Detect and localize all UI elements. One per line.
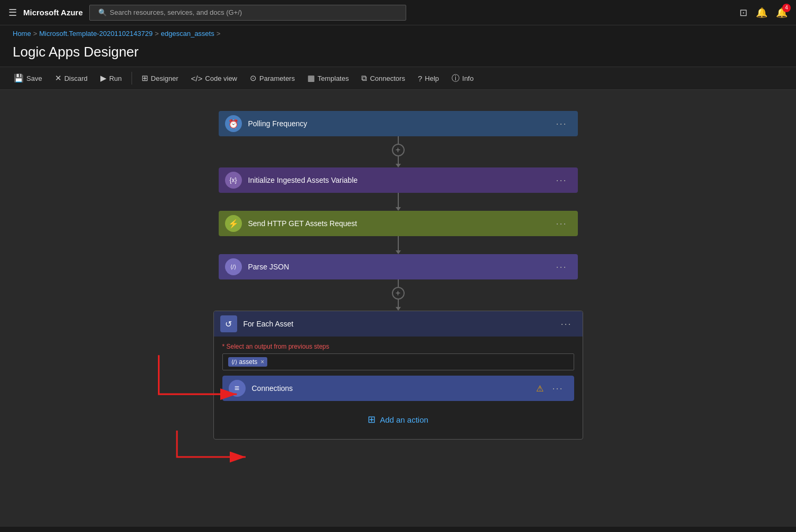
step-polling[interactable]: ⏰ Polling Frequency ···	[219, 111, 578, 136]
step-http-header[interactable]: ⚡ Send HTTP GET Assets Request ···	[219, 211, 578, 236]
connector-line-bottom-1	[398, 156, 399, 164]
parameters-icon: ⊙	[250, 73, 257, 83]
assets-remove-button[interactable]: ×	[260, 358, 264, 366]
step-parse-header[interactable]: ⟨/⟩ Parse JSON ···	[219, 254, 578, 279]
notification-badge: 4	[782, 4, 791, 12]
polling-menu[interactable]: ···	[551, 116, 571, 132]
step-parse[interactable]: ⟨/⟩ Parse JSON ···	[219, 254, 578, 279]
global-search[interactable]: 🔍 Search resources, services, and docs (…	[89, 5, 406, 21]
parse-icon: ⟨/⟩	[225, 258, 242, 275]
parse-menu[interactable]: ···	[551, 259, 571, 275]
templates-button[interactable]: ▦ Templates	[302, 71, 354, 85]
topbar: ☰ Microsoft Azure 🔍 Search resources, se…	[0, 0, 796, 25]
step-http[interactable]: ⚡ Send HTTP GET Assets Request ···	[219, 211, 578, 236]
warning-icon: ⚠	[536, 384, 544, 394]
foreach-input[interactable]: ⟨/⟩ assets ×	[222, 353, 574, 370]
code-view-button[interactable]: </> Code view	[186, 72, 242, 85]
connector-plus-2[interactable]: +	[392, 279, 405, 311]
parameters-button[interactable]: ⊙ Parameters	[245, 71, 300, 85]
arrow-tip-1	[396, 164, 401, 167]
assets-tag-label: assets	[239, 358, 258, 366]
notification-icon[interactable]: 🔔 4	[776, 7, 788, 18]
connector-line-top-1	[398, 136, 399, 144]
variable-title: Initialize Ingested Assets Variable	[248, 176, 552, 184]
foreach-icon: ↺	[220, 315, 237, 332]
step-variable[interactable]: {x} Initialize Ingested Assets Variable …	[219, 167, 578, 193]
page-title: Logic Apps Designer	[0, 42, 796, 67]
connections-title: Connections	[252, 384, 537, 393]
parse-title: Parse JSON	[248, 263, 552, 271]
connector-plus-1[interactable]: +	[392, 136, 405, 167]
connectors-icon: ⧉	[361, 73, 367, 83]
search-placeholder: Search resources, services, and docs (G+…	[110, 8, 242, 16]
foreach-title: For Each Asset	[244, 320, 557, 328]
info-button[interactable]: ⓘ Info	[446, 71, 479, 86]
discard-icon: ✕	[55, 73, 62, 83]
variable-icon: {x}	[225, 172, 242, 189]
add-action-button[interactable]: ⊞ Add an action	[222, 406, 574, 433]
discard-button[interactable]: ✕ Discard	[50, 71, 93, 85]
connections-header[interactable]: ≡ Connections ⚠ ···	[222, 376, 574, 401]
design-canvas[interactable]: ⏰ Polling Frequency ··· + {x} Initialize…	[0, 90, 796, 527]
foreach-container[interactable]: ↺ For Each Asset ··· * Select an output …	[213, 311, 583, 440]
plus-button-1[interactable]: +	[392, 144, 405, 156]
breadcrumb-resource[interactable]: edgescan_assets	[161, 30, 214, 38]
search-icon: 🔍	[98, 8, 107, 16]
variable-menu[interactable]: ···	[551, 173, 571, 188]
feedback-icon[interactable]: 🔔	[756, 7, 767, 18]
info-icon: ⓘ	[452, 73, 460, 83]
foreach-body: * Select an output from previous steps ⟨…	[214, 337, 583, 439]
step-polling-header[interactable]: ⏰ Polling Frequency ···	[219, 111, 578, 136]
foreach-output-label: * Select an output from previous steps	[222, 343, 574, 350]
connections-menu[interactable]: ···	[548, 381, 567, 396]
connections-icon: ≡	[229, 380, 246, 397]
assets-tag[interactable]: ⟨/⟩ assets ×	[228, 357, 268, 367]
hamburger-menu[interactable]: ☰	[8, 7, 17, 18]
toolbar-separator	[132, 72, 132, 85]
polling-title: Polling Frequency	[248, 119, 552, 128]
http-menu[interactable]: ···	[551, 216, 571, 231]
app-logo: Microsoft Azure	[23, 8, 83, 17]
topbar-icons: ⊡ 🔔 🔔 4	[739, 7, 788, 18]
connector-line-top-2	[398, 279, 399, 287]
breadcrumb-template[interactable]: Microsoft.Template-20201102143729	[39, 30, 153, 38]
breadcrumb-home[interactable]: Home	[13, 30, 31, 38]
arrow-tip-2	[396, 307, 401, 311]
terminal-icon[interactable]: ⊡	[739, 7, 747, 18]
help-button[interactable]: ? Help	[413, 72, 444, 85]
connectors-button[interactable]: ⧉ Connectors	[356, 71, 410, 85]
http-icon: ⚡	[225, 215, 242, 232]
add-action-label: Add an action	[380, 415, 428, 424]
foreach-header[interactable]: ↺ For Each Asset ···	[214, 311, 583, 337]
foreach-menu[interactable]: ···	[556, 316, 576, 332]
inner-step-connections[interactable]: ≡ Connections ⚠ ···	[222, 376, 574, 401]
http-title: Send HTTP GET Assets Request	[248, 219, 552, 228]
help-icon: ?	[418, 74, 422, 83]
assets-icon: ⟨/⟩	[231, 359, 237, 366]
polling-icon: ⏰	[225, 115, 242, 132]
connector-arrow-3	[398, 236, 399, 251]
save-icon: 💾	[14, 73, 24, 83]
toolbar: 💾 Save ✕ Discard ▶ Run ⊞ Designer </> Co…	[0, 67, 796, 90]
step-variable-header[interactable]: {x} Initialize Ingested Assets Variable …	[219, 167, 578, 193]
breadcrumb: Home > Microsoft.Template-20201102143729…	[0, 25, 796, 42]
run-icon: ▶	[100, 73, 107, 83]
designer-button[interactable]: ⊞ Designer	[136, 71, 184, 85]
save-button[interactable]: 💾 Save	[8, 71, 48, 85]
run-button[interactable]: ▶ Run	[95, 71, 127, 85]
code-icon: </>	[191, 74, 203, 83]
add-action-icon: ⊞	[368, 414, 376, 425]
connector-arrow-2	[398, 193, 399, 208]
templates-icon: ▦	[307, 73, 315, 83]
plus-button-2[interactable]: +	[392, 287, 405, 300]
designer-icon: ⊞	[142, 73, 148, 83]
connector-line-bottom-2	[398, 300, 399, 307]
flow-container: ⏰ Polling Frequency ··· + {x} Initialize…	[0, 90, 796, 527]
